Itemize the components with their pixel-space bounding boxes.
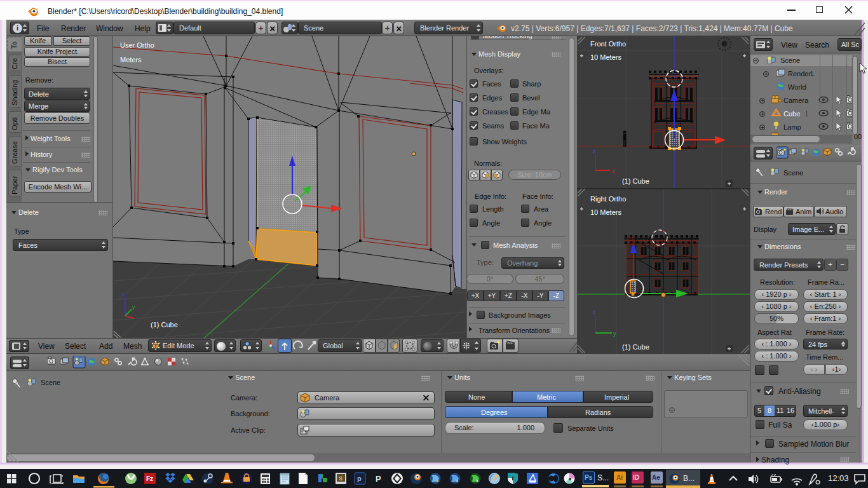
svg-text:x: x bbox=[612, 168, 615, 174]
svg-text:(1) Cube: (1) Cube bbox=[151, 321, 178, 329]
svg-text:Meters: Meters bbox=[120, 56, 142, 64]
svg-text:User Ortho: User Ortho bbox=[120, 41, 154, 49]
svg-text:P: P bbox=[376, 474, 381, 484]
svg-text:x: x bbox=[456, 478, 459, 484]
svg-text:10 Meters: 10 Meters bbox=[590, 208, 621, 216]
svg-text:10 Meters: 10 Meters bbox=[590, 53, 621, 61]
svg-text:(1) Cube: (1) Cube bbox=[622, 343, 649, 351]
svg-text:x: x bbox=[476, 478, 479, 484]
svg-text:Fz: Fz bbox=[146, 475, 153, 482]
svg-text:Front Ortho: Front Ortho bbox=[590, 40, 626, 48]
svg-text:Right Ortho: Right Ortho bbox=[590, 195, 626, 203]
svg-text:(1) Cube: (1) Cube bbox=[622, 177, 649, 185]
svg-text:x: x bbox=[436, 478, 439, 484]
svg-text:z: z bbox=[593, 309, 596, 315]
svg-text:y: y bbox=[132, 304, 135, 310]
svg-text:z: z bbox=[122, 291, 125, 297]
svg-text:S: S bbox=[339, 475, 342, 482]
svg-text:p: p bbox=[357, 475, 362, 482]
svg-text:z: z bbox=[593, 148, 596, 154]
svg-text:y: y bbox=[613, 330, 616, 337]
